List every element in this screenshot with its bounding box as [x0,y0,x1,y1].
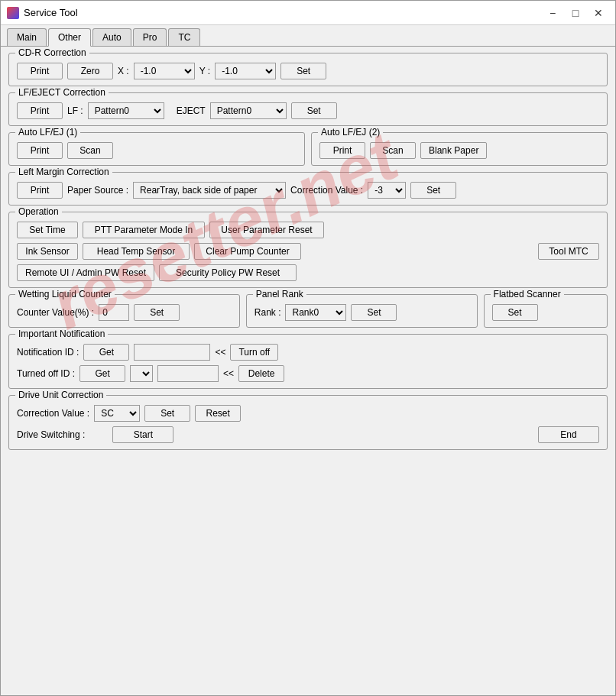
minimize-button[interactable]: − [542,5,563,21]
wetting-liquid-section: Wetting Liquid Counter Counter Value(%) … [8,294,240,328]
rank-label: Rank : [255,307,281,318]
left-margin-section: Left Margin Correction Print Paper Sourc… [8,172,608,206]
tab-pro[interactable]: Pro [133,28,167,46]
paper-source-select[interactable]: RearTray, back side of paper [133,182,286,199]
delete-button[interactable]: Delete [238,365,284,382]
lf-print-button[interactable]: Print [17,102,63,119]
important-notification-section: Important Notification Notification ID :… [8,334,608,389]
auto-lf2-section: Auto LF/EJ (2) Print Scan Blank Paper [311,132,608,166]
lf-eject-title: LF/EJECT Correction [15,87,109,98]
auto-lf1-scan-button[interactable]: Scan [67,142,113,159]
operation-row1: Set Time PTT Parameter Mode In User Para… [17,222,599,238]
auto-lf1-print-button[interactable]: Print [17,142,63,159]
turned-off-get-button[interactable]: Get [79,365,125,382]
drive-unit-section: Drive Unit Correction Correction Value :… [8,395,608,450]
wetting-liquid-title: Wetting Liquid Counter [15,289,115,299]
auto-lf2-row: Print Scan Blank Paper [319,142,599,159]
cdr-y-label: Y : [199,66,210,76]
tab-bar: Main Other Auto Pro TC [1,25,615,47]
ink-sensor-button[interactable]: Ink Sensor [17,243,78,260]
panel-rank-row: Rank : Rank0 Set [255,304,469,321]
tab-auto[interactable]: Auto [92,28,131,46]
left-margin-row: Print Paper Source : RearTray, back side… [17,182,599,199]
title-controls: − □ ✕ [542,5,609,21]
eject-pattern-select[interactable]: Pattern0 [210,102,287,119]
turned-off-select[interactable] [130,365,153,382]
cdr-print-button[interactable]: Print [17,63,63,79]
lf-eject-row: Print LF : Pattern0 EJECT Pattern0 Set [17,102,599,119]
notification-id-row: Notification ID : Get << Turn off [17,344,599,361]
tab-main[interactable]: Main [7,28,47,46]
cdr-x-select[interactable]: -1.0 [134,63,195,79]
operation-section: Operation Set Time PTT Parameter Mode In… [8,212,608,288]
cdr-section-title: CD-R Correction [15,47,89,58]
correction-value-select[interactable]: -3 [368,182,406,199]
correction-value-label: Correction Value : [290,185,363,196]
cdr-row: Print Zero X : -1.0 Y : -1.0 Set [17,63,599,79]
wetting-set-button[interactable]: Set [134,304,180,321]
tab-tc[interactable]: TC [168,28,200,46]
turn-off-button[interactable]: Turn off [230,344,278,361]
turned-off-chevron: << [223,368,234,379]
drive-end-button[interactable]: End [538,426,599,443]
turned-off-id-row: Turned off ID : Get << Delete [17,365,599,382]
tab-other[interactable]: Other [48,28,91,47]
left-margin-set-button[interactable]: Set [410,182,456,199]
rank-select[interactable]: Rank0 [285,304,346,321]
flatbed-scanner-section: Flatbed Scanner Set [484,294,608,328]
flatbed-row: Set [492,304,599,321]
app-icon [7,7,19,19]
drive-correction-select[interactable]: SC [94,405,140,422]
content-area: CD-R Correction Print Zero X : -1.0 Y : … [1,47,615,456]
lf-set-button[interactable]: Set [291,102,337,119]
head-temp-sensor-button[interactable]: Head Temp Sensor [83,243,190,260]
panel-rank-section: Panel Rank Rank : Rank0 Set [246,294,478,328]
main-window: Service Tool − □ ✕ Main Other Auto Pro T… [0,0,616,696]
eject-label: EJECT [177,105,206,116]
tool-mtc-button[interactable]: Tool MTC [538,243,599,260]
notification-get-button[interactable]: Get [83,344,129,361]
counter-rank-flatbed: Wetting Liquid Counter Counter Value(%) … [8,294,608,328]
auto-lf2-blank-paper-button[interactable]: Blank Paper [420,142,487,159]
auto-lf2-print-button[interactable]: Print [319,142,365,159]
lf-label: LF : [67,105,83,116]
clear-pump-counter-button[interactable]: Clear Pump Counter [194,243,301,260]
left-margin-title: Left Margin Correction [15,167,112,177]
title-left: Service Tool [7,7,78,19]
drive-unit-correction-row: Correction Value : SC Set Reset [17,405,599,422]
turned-off-id-label: Turned off ID : [17,368,75,379]
operation-row2: Ink Sensor Head Temp Sensor Clear Pump C… [17,243,599,260]
notification-id-input[interactable] [134,344,210,361]
lf-pattern-select[interactable]: Pattern0 [88,102,164,119]
drive-start-button[interactable]: Start [112,426,173,443]
ptt-param-button[interactable]: PTT Parameter Mode In [83,222,205,238]
cdr-set-button[interactable]: Set [280,63,326,79]
auto-lf2-title: Auto LF/EJ (2) [318,127,383,138]
cdr-zero-button[interactable]: Zero [67,63,113,79]
drive-reset-button[interactable]: Reset [195,405,241,422]
auto-lf2-scan-button[interactable]: Scan [370,142,416,159]
security-policy-button[interactable]: Security Policy PW Reset [159,264,297,281]
auto-lf1-section: Auto LF/EJ (1) Print Scan [8,132,305,166]
turned-off-id-input[interactable] [157,365,219,382]
flatbed-set-button[interactable]: Set [492,304,538,321]
left-margin-print-button[interactable]: Print [17,182,63,199]
operation-row3: Remote UI / Admin PW Reset Security Poli… [17,264,599,281]
lf-eject-section: LF/EJECT Correction Print LF : Pattern0 … [8,92,608,126]
drive-switching-row: Drive Switching : Start End [17,426,599,443]
flatbed-scanner-title: Flatbed Scanner [491,289,564,299]
drive-set-button[interactable]: Set [144,405,190,422]
cdr-x-label: X : [118,66,129,76]
window-title: Service Tool [24,7,78,18]
close-button[interactable]: ✕ [588,5,609,21]
remote-ui-button[interactable]: Remote UI / Admin PW Reset [17,264,154,281]
user-param-reset-button[interactable]: User Parameter Reset [209,222,324,238]
maximize-button[interactable]: □ [565,5,586,21]
drive-unit-title: Drive Unit Correction [15,390,106,400]
set-time-button[interactable]: Set Time [17,222,78,238]
auto-lf1-row: Print Scan [17,142,297,159]
cdr-correction-section: CD-R Correction Print Zero X : -1.0 Y : … [8,53,608,86]
counter-value-input[interactable] [99,304,129,321]
panel-rank-set-button[interactable]: Set [351,304,397,321]
cdr-y-select[interactable]: -1.0 [215,63,276,79]
